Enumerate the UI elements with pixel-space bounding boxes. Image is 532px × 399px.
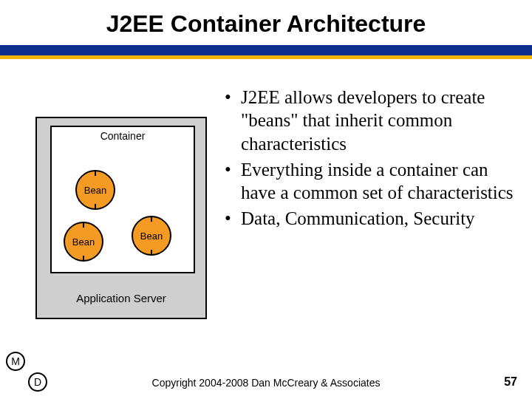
bean-label: Bean: [140, 231, 163, 242]
bean-circle: Bean: [132, 216, 171, 256]
bean-tick-icon: [83, 222, 84, 228]
bean-tick-icon: [95, 170, 96, 176]
container-label: Container: [52, 127, 194, 142]
title-rule: [0, 45, 532, 55]
container-box: Container Bean Bean Bean: [50, 126, 195, 273]
application-server-box: Container Bean Bean Bean Application: [35, 117, 207, 319]
bean-circle: Bean: [64, 222, 103, 262]
application-server-label: Application Server: [37, 292, 205, 304]
bullet-item: Data, Communication, Security: [225, 207, 517, 230]
footer-copyright: Copyright 2004-2008 Dan McCreary & Assoc…: [0, 377, 532, 389]
bean-tick-icon: [151, 216, 152, 222]
page-number: 57: [504, 375, 517, 389]
slide: J2EE Container Architecture Container Be…: [0, 0, 532, 399]
bullet-item: J2EE allows developers to create "beans"…: [225, 86, 517, 155]
bullet-list: J2EE allows developers to create "beans"…: [225, 86, 517, 233]
slide-title: J2EE Container Architecture: [0, 0, 532, 45]
bean-circle: Bean: [75, 170, 115, 210]
bean-tick-icon: [83, 256, 84, 262]
bean-label: Bean: [84, 185, 106, 196]
bean-tick-icon: [151, 250, 152, 256]
bullet-item: Everything inside a container can have a…: [225, 158, 517, 205]
bean-label: Bean: [72, 236, 95, 248]
bean-tick-icon: [95, 204, 96, 210]
corner-badge-m: M: [6, 352, 25, 371]
slide-body: Container Bean Bean Bean Application: [0, 81, 532, 399]
